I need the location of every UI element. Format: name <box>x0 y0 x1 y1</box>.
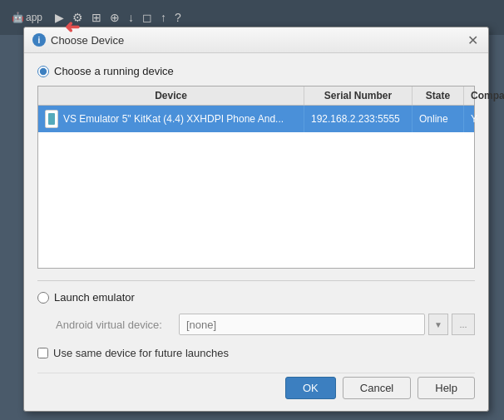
future-launches-checkbox[interactable] <box>37 348 48 358</box>
help-button[interactable]: Help <box>418 377 475 399</box>
device-table: Device Serial Number State Compat... VS … <box>37 86 475 269</box>
app-button[interactable]: 🤖 app <box>7 10 47 25</box>
avd-icon[interactable]: ◻ <box>140 9 155 26</box>
dialog-titlebar: i Choose Device ✕ <box>24 27 488 53</box>
device-icon <box>45 110 58 128</box>
col-device: Device <box>38 86 304 105</box>
action-buttons: OK Cancel Help <box>37 373 475 399</box>
attach-icon[interactable]: ⊕ <box>107 9 122 26</box>
cancel-button[interactable]: Cancel <box>343 377 411 399</box>
col-serial: Serial Number <box>304 86 413 105</box>
sdk-icon[interactable]: ↓ <box>126 9 136 26</box>
future-launches-label: Use same device for future launches <box>53 347 229 359</box>
col-state: State <box>413 86 464 105</box>
avd-select-container: [none] ▼ ... <box>179 314 475 335</box>
table-row[interactable]: VS Emulator 5" KitKat (4.4) XXHDPI Phone… <box>38 106 474 132</box>
divider <box>37 280 475 281</box>
dialog-body: Choose a running device Device Serial Nu… <box>24 53 488 411</box>
avd-more-button[interactable]: ... <box>452 314 475 335</box>
cell-compat: Yes <box>464 106 477 132</box>
more-icon: ... <box>459 319 467 329</box>
dropdown-arrow-icon: ▼ <box>434 320 442 329</box>
avd-select[interactable]: [none] <box>179 314 425 335</box>
dialog-title: Choose Device <box>51 34 124 47</box>
ok-button[interactable]: OK <box>285 377 336 399</box>
running-device-option[interactable]: Choose a running device <box>37 65 475 77</box>
android-icon[interactable]: ↑ <box>158 9 169 26</box>
avd-row: Android virtual device: [none] ▼ ... <box>37 314 475 335</box>
cell-device: VS Emulator 5" KitKat (4.4) XXHDPI Phone… <box>38 106 304 132</box>
cell-state: Online <box>413 106 464 132</box>
arrow-indicator: ➜ <box>65 17 80 38</box>
col-compat: Compat... <box>464 86 504 105</box>
future-launches-checkbox-row[interactable]: Use same device for future launches <box>37 347 475 359</box>
running-device-radio[interactable] <box>37 66 49 77</box>
profile-icon[interactable]: ⊞ <box>89 9 104 26</box>
choose-device-dialog: i Choose Device ✕ Choose a running devic… <box>23 27 489 412</box>
launch-emulator-option[interactable]: Launch emulator <box>37 291 475 304</box>
running-device-label: Choose a running device <box>54 65 174 77</box>
avd-label: Android virtual device: <box>56 319 172 331</box>
launch-emulator-label: Launch emulator <box>54 291 135 304</box>
dialog-icon: i <box>32 33 46 47</box>
help-icon[interactable]: ? <box>172 9 184 26</box>
table-header-row: Device Serial Number State Compat... <box>38 86 474 106</box>
launch-emulator-radio[interactable] <box>37 292 49 304</box>
close-button[interactable]: ✕ <box>465 32 480 47</box>
app-icon: 🤖 <box>12 12 24 23</box>
app-label: app <box>26 12 42 23</box>
cell-serial: 192.168.2.233:5555 <box>304 106 413 132</box>
avd-dropdown-button[interactable]: ▼ <box>428 314 448 335</box>
